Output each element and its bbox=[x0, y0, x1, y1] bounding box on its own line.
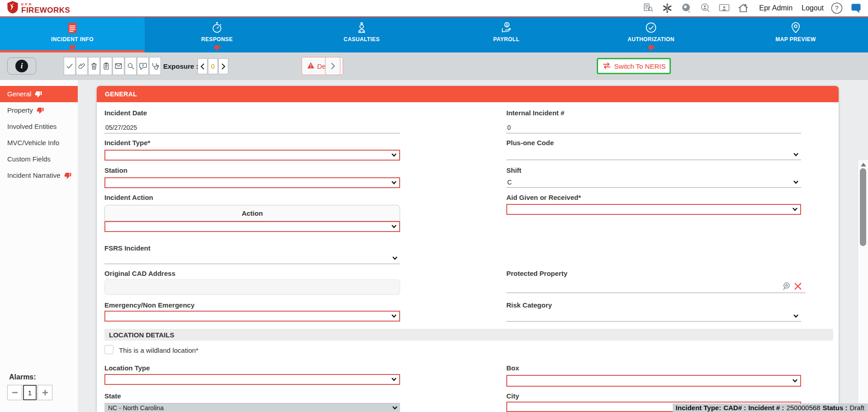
thumbs-down-icon bbox=[69, 44, 76, 51]
info-icon: i bbox=[15, 60, 28, 72]
help-icon[interactable]: ? bbox=[831, 2, 843, 14]
logo-main-text: FIREWORKS bbox=[21, 6, 70, 14]
tab-map-preview[interactable]: MAP PREVIEW bbox=[723, 17, 868, 52]
incident-date-value[interactable]: 05/27/2025 bbox=[105, 124, 137, 131]
plus-one-code-select[interactable] bbox=[506, 149, 801, 160]
chevron-down-icon bbox=[392, 314, 396, 318]
epr-fireworks-logo: EPR FIREWORKS bbox=[6, 0, 70, 16]
alarms-decrement-button[interactable] bbox=[7, 385, 22, 400]
chat-icon[interactable] bbox=[850, 2, 862, 14]
location-details-title: LOCATION DETAILS bbox=[109, 331, 174, 339]
location-details-header: LOCATION DETAILS bbox=[104, 329, 833, 341]
neris-label: Switch To NERIS bbox=[614, 62, 666, 70]
shift-select[interactable]: C bbox=[506, 177, 801, 188]
alarms-increment-button[interactable] bbox=[38, 385, 52, 400]
tab-label: PAYROLL bbox=[493, 36, 519, 43]
scroll-up-arrow[interactable] bbox=[861, 163, 866, 166]
fsrs-incident-select[interactable] bbox=[104, 253, 400, 264]
sidebar-item-custom-fields[interactable]: Custom Fields bbox=[0, 151, 78, 167]
attachment-paperclip-button[interactable] bbox=[76, 57, 88, 75]
exposure-value[interactable]: 0 bbox=[208, 58, 218, 74]
svg-text:$: $ bbox=[506, 23, 509, 27]
shield-logo-icon bbox=[6, 0, 19, 16]
status-cad-label: CAD# : bbox=[723, 404, 746, 412]
tab-incident-info[interactable]: INCIDENT INFO bbox=[0, 17, 145, 52]
emergency-label: Emergency/Non Emergency bbox=[104, 301, 194, 309]
aid-given-select[interactable] bbox=[506, 204, 801, 215]
thumbs-down-icon bbox=[648, 44, 655, 51]
delete-trash-button[interactable] bbox=[88, 57, 100, 75]
tab-payroll[interactable]: $ PAYROLL bbox=[434, 17, 579, 52]
record-nav-group: Details bbox=[302, 57, 343, 75]
sidebar-item-incident-narrative[interactable]: Incident Narrative bbox=[0, 167, 78, 184]
location-type-select[interactable] bbox=[104, 374, 400, 385]
sidebar-item-label: General bbox=[7, 86, 31, 102]
wildland-checkbox[interactable] bbox=[104, 345, 113, 354]
email-envelope-button[interactable] bbox=[113, 57, 124, 75]
emergency-select[interactable] bbox=[104, 311, 400, 322]
star-of-life-icon[interactable] bbox=[661, 2, 673, 14]
logout-link[interactable]: Logout bbox=[802, 4, 824, 12]
sidebar-item-general[interactable]: General bbox=[0, 86, 78, 102]
sidebar-item-involved-entities[interactable]: Involved Entities bbox=[0, 118, 78, 135]
exposure-prev-button[interactable] bbox=[198, 58, 208, 74]
stopwatch-icon bbox=[211, 20, 223, 35]
search-button[interactable] bbox=[125, 57, 137, 75]
aid-given-label: Aid Given or Received* bbox=[506, 194, 581, 201]
monitor-person-icon[interactable] bbox=[718, 2, 730, 14]
property-search-icon[interactable] bbox=[781, 281, 791, 293]
map-pin-icon bbox=[789, 20, 802, 35]
toolbar-actions: 0 bbox=[64, 57, 161, 75]
comment-count: 0 bbox=[142, 63, 144, 67]
alarms-control: 1 bbox=[7, 385, 52, 400]
tab-response[interactable]: RESPONSE bbox=[145, 17, 289, 52]
scrollbar-thumb[interactable] bbox=[860, 168, 866, 246]
next-record-button[interactable] bbox=[325, 57, 340, 75]
sidebar-item-property[interactable]: Property bbox=[0, 102, 78, 118]
incident-action-label: Incident Action bbox=[104, 194, 153, 201]
risk-category-select[interactable] bbox=[506, 311, 801, 322]
incident-action-select[interactable] bbox=[104, 221, 400, 232]
incident-type-select[interactable] bbox=[104, 150, 400, 161]
switch-to-neris-button[interactable]: Switch To NERIS bbox=[597, 58, 671, 74]
validate-check-button[interactable] bbox=[64, 57, 75, 75]
exposure-next-button[interactable] bbox=[218, 58, 228, 74]
home-icon[interactable] bbox=[737, 2, 749, 14]
tab-casualties[interactable]: CASUALTIES bbox=[289, 17, 434, 52]
original-cad-address-input[interactable] bbox=[104, 279, 400, 295]
wildland-label: This is a wildland location* bbox=[119, 346, 198, 354]
chevron-down-icon bbox=[392, 378, 396, 381]
box-select[interactable] bbox=[506, 375, 801, 387]
thumbs-down-icon bbox=[64, 172, 71, 179]
status-status-value: Draft bbox=[849, 404, 864, 412]
status-incident-num-label: Incident # : bbox=[748, 404, 784, 412]
station-select[interactable] bbox=[104, 177, 400, 188]
general-section-title: GENERAL bbox=[105, 90, 137, 98]
user-name[interactable]: Epr Admin bbox=[759, 4, 793, 12]
stethoscope-button[interactable] bbox=[149, 57, 161, 75]
exposure-label: Exposure : bbox=[163, 52, 198, 80]
sidebar-item-label: Property bbox=[7, 102, 33, 118]
property-clear-icon[interactable] bbox=[794, 282, 802, 292]
incident-status-bar: Incident Type: CAD# : Incident # : 25000… bbox=[673, 403, 868, 412]
chevron-down-icon bbox=[793, 153, 798, 156]
incident-toolbar: i 0 bbox=[0, 52, 868, 80]
incident-action-column-header: Action bbox=[104, 205, 400, 221]
internal-incident-value[interactable]: 0 bbox=[507, 124, 511, 131]
clipboard-button[interactable] bbox=[100, 57, 112, 75]
check-circle-icon bbox=[645, 20, 657, 35]
person-search-icon[interactable] bbox=[699, 2, 711, 14]
chevron-down-icon bbox=[793, 379, 797, 383]
sidebar-item-mvc-vehicle-info[interactable]: MVC/Vehicle Info bbox=[0, 135, 78, 151]
status-incident-num-value: 250000568 bbox=[786, 404, 820, 412]
state-select[interactable]: NC - North Carolina bbox=[104, 403, 400, 412]
alarms-value-input[interactable]: 1 bbox=[23, 385, 37, 400]
chevron-down-icon bbox=[392, 225, 396, 228]
info-button[interactable]: i bbox=[7, 57, 36, 75]
record-search-icon[interactable] bbox=[642, 2, 654, 14]
shift-value: C bbox=[507, 179, 512, 186]
vertical-scrollbar[interactable] bbox=[858, 160, 868, 412]
tab-authorization[interactable]: AUTHORIZATION bbox=[579, 17, 723, 52]
comment-button[interactable]: 0 bbox=[137, 57, 149, 75]
alarm-bell-icon[interactable] bbox=[680, 2, 692, 14]
